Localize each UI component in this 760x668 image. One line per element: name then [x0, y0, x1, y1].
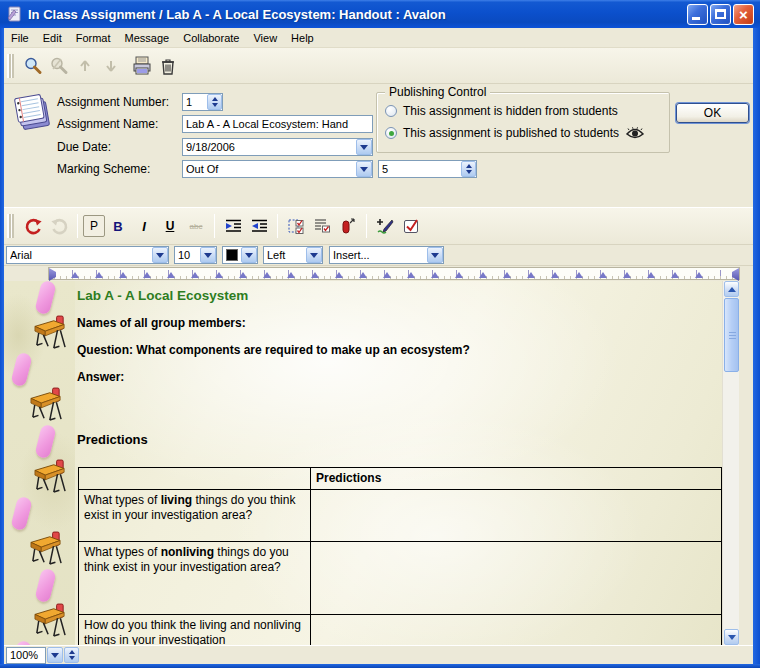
tab-stop-marker[interactable] [479, 272, 487, 278]
answer-cell[interactable] [311, 615, 722, 646]
select-fields-button[interactable] [284, 214, 308, 238]
zoom-value[interactable]: 100% [6, 647, 46, 664]
alignment-dropdown[interactable]: Left [263, 246, 323, 264]
select-fields-icon [287, 217, 306, 235]
ok-button[interactable]: OK [676, 103, 749, 123]
tab-stop-marker[interactable] [143, 272, 151, 278]
tab-stop-marker[interactable] [551, 272, 559, 278]
tab-stop-marker[interactable] [215, 272, 223, 278]
tab-stop-marker[interactable] [383, 272, 391, 278]
answer-cell[interactable] [311, 490, 722, 542]
menu-file[interactable]: File [4, 30, 36, 46]
tab-stop-marker[interactable] [503, 272, 511, 278]
zoom-control[interactable]: 100% [6, 647, 79, 664]
marking-out-of-spin-buttons[interactable] [461, 161, 476, 177]
insert-dropdown[interactable]: Insert... [329, 246, 444, 264]
insert-drop-button[interactable] [427, 247, 443, 263]
menu-help[interactable]: Help [284, 30, 321, 46]
radio-hidden-circle[interactable] [385, 105, 397, 117]
marking-scheme-dropdown[interactable]: Out Of [182, 160, 373, 178]
bold-button[interactable]: B [106, 214, 130, 238]
document-area[interactable]: Lab A - A Local Ecosystem Names of all g… [4, 281, 722, 645]
tab-stop-marker[interactable] [623, 272, 631, 278]
tab-stop-marker[interactable] [647, 272, 655, 278]
menu-collaborate[interactable]: Collaborate [176, 30, 246, 46]
font-size-drop-button[interactable] [200, 247, 216, 263]
tab-stop-marker[interactable] [455, 272, 463, 278]
print-button[interactable] [130, 54, 154, 78]
paragraph-style-button[interactable]: P [83, 215, 105, 237]
font-color-drop-button[interactable] [241, 247, 257, 263]
font-size-dropdown[interactable]: 10 [174, 246, 217, 264]
marking-out-of-spinner[interactable]: 5 [378, 160, 477, 178]
tab-stop-marker[interactable] [263, 272, 271, 278]
eraser-art [34, 281, 57, 315]
toolbar-grip[interactable] [7, 54, 14, 78]
minimize-button[interactable] [687, 4, 708, 25]
tab-stop-marker[interactable] [407, 272, 415, 278]
assignment-number-spinner[interactable]: 1 [182, 93, 223, 111]
insert-field-button[interactable] [336, 214, 360, 238]
answer-cell[interactable] [311, 542, 722, 615]
main-toolbar [4, 48, 753, 84]
font-family-dropdown[interactable]: Arial [6, 246, 169, 264]
insert-field-icon [340, 217, 356, 235]
tab-stop-marker[interactable] [359, 272, 367, 278]
due-date-dropdown[interactable]: 9/18/2006 [182, 138, 373, 156]
tab-stop-marker[interactable] [695, 272, 703, 278]
marking-scheme-value: Out Of [186, 163, 354, 175]
tab-stop-marker[interactable] [671, 272, 679, 278]
marking-scheme-drop-button[interactable] [356, 161, 372, 177]
due-date-drop-button[interactable] [356, 139, 372, 155]
indent-button[interactable] [221, 214, 245, 238]
tab-stop-marker[interactable] [335, 272, 343, 278]
outdent-button[interactable] [247, 214, 271, 238]
menu-format[interactable]: Format [69, 30, 118, 46]
close-button[interactable]: × [733, 4, 754, 25]
tab-stop-marker[interactable] [167, 272, 175, 278]
scroll-down-button[interactable] [724, 629, 739, 645]
tab-stop-marker[interactable] [527, 272, 535, 278]
tab-stop-marker[interactable] [575, 272, 583, 278]
tab-stop-marker[interactable] [599, 272, 607, 278]
delete-button[interactable] [156, 54, 180, 78]
menu-edit[interactable]: Edit [36, 30, 69, 46]
ruler-track[interactable] [48, 267, 740, 280]
spellcheck-button[interactable] [399, 214, 423, 238]
underline-button[interactable]: U [158, 214, 182, 238]
alignment-drop-button[interactable] [306, 247, 322, 263]
zoom-button[interactable] [21, 54, 45, 78]
vertical-scrollbar[interactable] [722, 281, 739, 645]
tab-stop-marker[interactable] [431, 272, 439, 278]
maximize-button[interactable] [710, 4, 731, 25]
zoom-drop-button[interactable] [47, 647, 63, 663]
left-indent-marker[interactable] [49, 268, 56, 281]
assignment-name-label: Assignment Name: [57, 117, 158, 131]
font-color-dropdown[interactable] [222, 246, 258, 264]
tab-stop-marker[interactable] [191, 272, 199, 278]
scroll-up-button[interactable] [724, 281, 739, 297]
menu-view[interactable]: View [246, 30, 284, 46]
tab-stop-marker[interactable] [239, 272, 247, 278]
font-family-drop-button[interactable] [152, 247, 168, 263]
undo-button[interactable] [21, 214, 45, 238]
assignment-number-spin-buttons[interactable] [207, 94, 222, 110]
tab-stop-marker[interactable] [119, 272, 127, 278]
radio-hidden-option[interactable]: This assignment is hidden from students [385, 104, 618, 118]
tab-stop-marker[interactable] [95, 272, 103, 278]
assignment-name-input[interactable]: Lab A - A Local Ecosystem: Hand [182, 115, 373, 133]
menu-message[interactable]: Message [118, 30, 177, 46]
tab-stop-marker[interactable] [71, 272, 79, 278]
zoom-spin-buttons[interactable] [64, 647, 79, 663]
scrollbar-thumb[interactable] [724, 298, 739, 372]
pencil-plus-icon [376, 217, 395, 235]
editor-toolbar-grip[interactable] [7, 214, 14, 238]
right-indent-marker[interactable] [732, 268, 739, 281]
radio-published-option[interactable]: This assignment is published to students [385, 126, 645, 140]
field-list-button[interactable] [310, 214, 334, 238]
add-annotation-button[interactable] [373, 214, 397, 238]
radio-published-circle[interactable] [385, 127, 397, 139]
italic-button[interactable]: I [132, 214, 156, 238]
tab-stop-marker[interactable] [311, 272, 319, 278]
tab-stop-marker[interactable] [287, 272, 295, 278]
